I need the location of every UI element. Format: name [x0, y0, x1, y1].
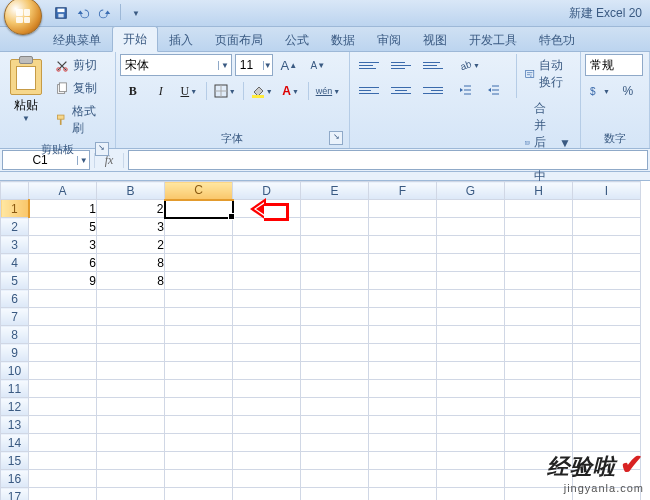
row-header[interactable]: 10: [1, 362, 29, 380]
cell[interactable]: [437, 254, 505, 272]
cell[interactable]: [29, 326, 97, 344]
cell[interactable]: 6: [29, 254, 97, 272]
cell[interactable]: 2: [97, 200, 165, 218]
cell[interactable]: [29, 308, 97, 326]
cell[interactable]: [233, 470, 301, 488]
cell[interactable]: 3: [97, 218, 165, 236]
cell[interactable]: [369, 272, 437, 290]
cell[interactable]: [301, 326, 369, 344]
font-name-input[interactable]: [121, 58, 219, 72]
cell[interactable]: [301, 470, 369, 488]
font-color-button[interactable]: A▼: [278, 80, 304, 102]
number-format-input[interactable]: [586, 58, 642, 72]
tab-9[interactable]: 特色功: [528, 27, 586, 52]
paste-button[interactable]: 粘贴 ▼: [4, 54, 48, 126]
cell[interactable]: [437, 398, 505, 416]
cell[interactable]: [165, 488, 233, 501]
cell[interactable]: [29, 434, 97, 452]
cell[interactable]: [29, 488, 97, 501]
cell[interactable]: [505, 398, 573, 416]
cell[interactable]: [29, 452, 97, 470]
cell[interactable]: [505, 272, 573, 290]
column-header[interactable]: D: [233, 182, 301, 200]
cell[interactable]: [97, 362, 165, 380]
cell[interactable]: [505, 236, 573, 254]
column-header[interactable]: G: [437, 182, 505, 200]
cell[interactable]: [369, 398, 437, 416]
cell[interactable]: [369, 236, 437, 254]
cell[interactable]: 9: [29, 272, 97, 290]
tab-2[interactable]: 插入: [158, 27, 204, 52]
cell[interactable]: [165, 398, 233, 416]
cell[interactable]: [165, 236, 233, 254]
cell[interactable]: [301, 200, 369, 218]
tab-1[interactable]: 开始: [112, 26, 158, 52]
cell[interactable]: [369, 344, 437, 362]
cell[interactable]: [233, 254, 301, 272]
cell[interactable]: [165, 416, 233, 434]
cell[interactable]: [505, 254, 573, 272]
cell[interactable]: [29, 362, 97, 380]
format-painter-button[interactable]: 格式刷: [50, 101, 111, 139]
chevron-down-icon[interactable]: ▼: [218, 61, 230, 70]
cell[interactable]: [165, 470, 233, 488]
redo-icon[interactable]: [96, 4, 114, 22]
cell[interactable]: [505, 344, 573, 362]
row-header[interactable]: 7: [1, 308, 29, 326]
align-middle-button[interactable]: [386, 54, 416, 76]
cell[interactable]: [573, 290, 641, 308]
cell[interactable]: [165, 200, 233, 218]
cell[interactable]: [301, 452, 369, 470]
font-name-combo[interactable]: ▼: [120, 54, 232, 76]
tab-6[interactable]: 审阅: [366, 27, 412, 52]
cell[interactable]: [233, 272, 301, 290]
cell[interactable]: [369, 488, 437, 501]
cell[interactable]: [97, 416, 165, 434]
align-center-button[interactable]: [386, 79, 416, 101]
row-header[interactable]: 2: [1, 218, 29, 236]
cell[interactable]: [233, 416, 301, 434]
align-left-button[interactable]: [354, 79, 384, 101]
row-header[interactable]: 9: [1, 344, 29, 362]
cell[interactable]: [573, 380, 641, 398]
cell[interactable]: [29, 290, 97, 308]
cell[interactable]: [369, 434, 437, 452]
cell[interactable]: [233, 326, 301, 344]
cell[interactable]: [437, 344, 505, 362]
cell[interactable]: [301, 218, 369, 236]
cell[interactable]: [437, 380, 505, 398]
underline-button[interactable]: U▼: [176, 80, 202, 102]
align-top-button[interactable]: [354, 54, 384, 76]
cell[interactable]: [437, 362, 505, 380]
column-header[interactable]: H: [505, 182, 573, 200]
cell[interactable]: [165, 272, 233, 290]
cell[interactable]: [301, 290, 369, 308]
cell[interactable]: [369, 362, 437, 380]
cell[interactable]: [165, 344, 233, 362]
row-header[interactable]: 5: [1, 272, 29, 290]
cell[interactable]: [233, 398, 301, 416]
cell[interactable]: 1: [29, 200, 97, 218]
cell[interactable]: [301, 236, 369, 254]
cell[interactable]: [165, 308, 233, 326]
shrink-font-button[interactable]: A▼: [305, 54, 331, 76]
cell[interactable]: [505, 218, 573, 236]
cell[interactable]: [573, 236, 641, 254]
orientation-button[interactable]: ab▼: [452, 54, 486, 76]
cell[interactable]: [573, 362, 641, 380]
cell[interactable]: [301, 254, 369, 272]
cell[interactable]: [29, 380, 97, 398]
cell[interactable]: [97, 290, 165, 308]
percent-button[interactable]: %: [615, 80, 641, 102]
row-header[interactable]: 17: [1, 488, 29, 501]
cell[interactable]: [369, 200, 437, 218]
cell[interactable]: 5: [29, 218, 97, 236]
bold-button[interactable]: B: [120, 80, 146, 102]
cell[interactable]: [573, 254, 641, 272]
cut-button[interactable]: 剪切: [50, 55, 111, 76]
cell[interactable]: [369, 380, 437, 398]
cell[interactable]: [233, 236, 301, 254]
qat-dropdown-icon[interactable]: ▼: [127, 4, 145, 22]
cell[interactable]: [233, 488, 301, 501]
tab-8[interactable]: 开发工具: [458, 27, 528, 52]
